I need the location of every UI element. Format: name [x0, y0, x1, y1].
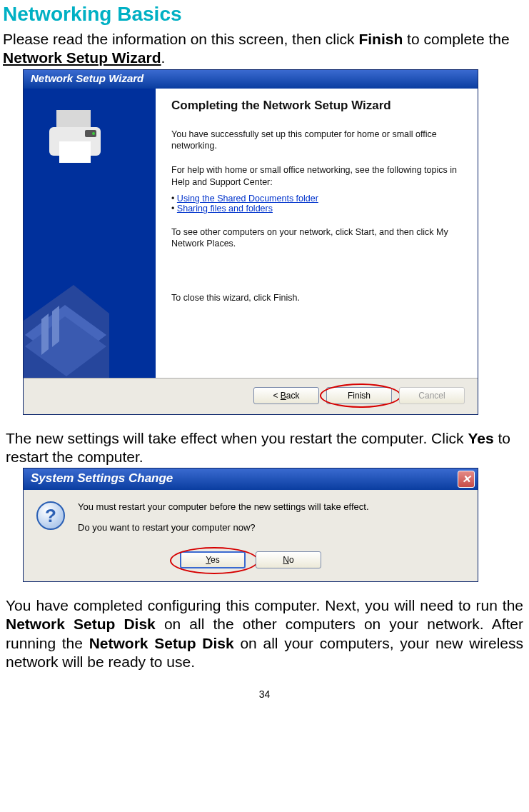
settings-button-bar: Yes No	[24, 547, 478, 581]
settings-body: ? You must restart your computer before …	[24, 490, 478, 547]
cancel-button: Cancel	[399, 387, 465, 404]
intro-text-mid: to complete the	[403, 31, 509, 47]
restart-instruction-paragraph: The new settings will take effect when y…	[6, 429, 523, 467]
restart-prompt-text: Do you want to restart your computer now…	[78, 522, 369, 533]
no-button[interactable]: No	[256, 551, 321, 568]
wizard-link-item: Sharing files and folders	[171, 204, 462, 214]
intro-text-pre: Please read the information on this scre…	[3, 31, 358, 47]
wizard-heading: Completing the Network Setup Wizard	[171, 99, 462, 113]
wizard-content: Completing the Network Setup Wizard You …	[156, 89, 478, 378]
page-title: Networking Basics	[3, 3, 526, 26]
sharing-files-link[interactable]: Sharing files and folders	[177, 204, 273, 214]
completion-paragraph: You have completed configuring this comp…	[6, 596, 523, 671]
wizard-help-links: Using the Shared Documents folder Sharin…	[171, 194, 462, 214]
wizard-body: Completing the Network Setup Wizard You …	[24, 89, 478, 378]
svg-point-4	[92, 132, 95, 135]
svg-rect-0	[56, 110, 91, 127]
close-icon[interactable]: ✕	[458, 471, 475, 488]
system-settings-dialog: System Settings Change ✕ ? You must rest…	[23, 468, 478, 582]
svg-marker-9	[52, 306, 59, 347]
back-button[interactable]: < Back	[253, 387, 319, 404]
settings-title-text: System Settings Change	[31, 471, 173, 485]
documents-icon	[24, 271, 109, 378]
wizard-success-text: You have successfully set up this comput…	[171, 129, 462, 152]
page-number: 34	[3, 688, 526, 700]
finish-button[interactable]: Finish	[326, 387, 392, 404]
finish-button-label: Finish	[348, 391, 371, 401]
yes-button[interactable]: Yes	[180, 551, 246, 568]
svg-rect-2	[59, 141, 91, 163]
post-t1: You have completed configuring this comp…	[6, 597, 523, 613]
wizard-link-item: Using the Shared Documents folder	[171, 194, 462, 204]
intro-text-post: .	[161, 49, 166, 66]
highlight-circle-icon	[170, 547, 258, 574]
mid-text-pre: The new settings will take effect when y…	[6, 430, 468, 446]
svg-marker-8	[41, 314, 49, 355]
intro-paragraph: Please read the information on this scre…	[3, 30, 526, 68]
wizard-side-panel	[24, 89, 156, 378]
wizard-close-instruction: To close this wizard, click Finish.	[171, 292, 462, 304]
post-b2: Network Setup Disk	[89, 635, 234, 651]
question-icon: ?	[36, 501, 65, 530]
restart-required-text: You must restart your computer before th…	[78, 501, 369, 512]
wizard-network-places-text: To see other computers on your network, …	[171, 226, 462, 250]
mid-text-bold-yes: Yes	[468, 430, 493, 446]
settings-message: You must restart your computer before th…	[78, 501, 369, 543]
intro-bold-finish: Finish	[358, 31, 403, 47]
shared-documents-link[interactable]: Using the Shared Documents folder	[177, 194, 318, 204]
wizard-help-intro: For help with home or small office netwo…	[171, 164, 462, 188]
wizard-button-bar: < Back Finish Cancel	[24, 378, 478, 414]
wizard-titlebar: Network Setup Wizard	[24, 70, 478, 89]
printer-icon	[42, 101, 114, 173]
post-b1: Network Setup Disk	[6, 616, 156, 632]
network-setup-wizard-dialog: Network Setup Wizard	[23, 69, 478, 415]
intro-bold-wizard: Network Setup Wizard	[3, 49, 161, 66]
settings-titlebar: System Settings Change ✕	[24, 468, 478, 490]
